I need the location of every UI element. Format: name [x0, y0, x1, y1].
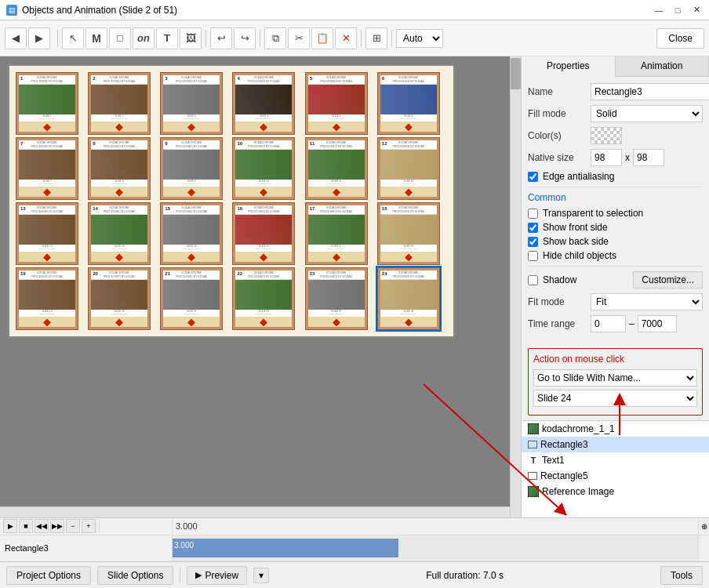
- transparent-checkbox[interactable]: [528, 209, 538, 219]
- time-end-input[interactable]: [638, 315, 677, 332]
- undo-button[interactable]: ↩: [210, 27, 232, 49]
- timeline-header: ▶ ■ ◀◀ ▶▶ − + 3.000 ⊕: [0, 518, 709, 535]
- slide-cell-23[interactable]: KODACHROMEPROCESSED BY KODAK SLIDE 23 PH…: [305, 267, 368, 330]
- slide-cell-4[interactable]: KODACHROMEPROCESSED BY KODAK SLIDE 4 PHO…: [232, 72, 295, 135]
- slide-cell-2[interactable]: KODACHROMEPROCESSED BY KODAK SLIDE 2 PHO…: [88, 72, 151, 135]
- tree-item-rectangle3[interactable]: Rectangle3: [522, 437, 709, 452]
- fit-mode-row: Fit mode Fit: [528, 293, 703, 310]
- tools-button[interactable]: Tools: [660, 566, 703, 585]
- action-select[interactable]: Go to Slide With Name...: [533, 369, 697, 387]
- slide-cell-24[interactable]: KODACHROMEPROCESSED BY KODAK SLIDE 24 PH…: [377, 267, 440, 330]
- vertical-scrollbar[interactable]: [510, 56, 521, 517]
- slide-cell-8[interactable]: KODACHROMEPROCESSED BY KODAK SLIDE 8 PHO…: [88, 137, 151, 200]
- show-front-label: Show front side: [543, 222, 608, 233]
- name-input[interactable]: [591, 83, 709, 100]
- slide-cell-3[interactable]: KODACHROMEPROCESSED BY KODAK SLIDE 3 PHO…: [160, 72, 223, 135]
- timeline-plus[interactable]: +: [82, 519, 96, 533]
- image-tool[interactable]: 🖼: [180, 27, 202, 49]
- slide-cell-1[interactable]: KODACHROMEPROCESSED BY KODAK SLIDE 1 PHO…: [16, 72, 78, 135]
- timeline-right-scroll[interactable]: [698, 535, 709, 561]
- tree-panel: kodachrome_1_1Rectangle3TText1Rectangle5…: [522, 420, 709, 517]
- horizontal-scrollbar[interactable]: [0, 506, 510, 517]
- show-back-checkbox[interactable]: [528, 237, 538, 247]
- timeline-forward[interactable]: ▶▶: [50, 519, 64, 533]
- grid-button[interactable]: ⊞: [365, 27, 387, 49]
- close-editor-button[interactable]: Close: [656, 28, 704, 49]
- slide-cell-15[interactable]: KODACHROMEPROCESSED BY KODAK SLIDE 15 PH…: [160, 202, 223, 265]
- tab-properties[interactable]: Properties: [522, 56, 616, 77]
- native-size-w[interactable]: [591, 149, 622, 166]
- size-x-separator: x: [625, 152, 630, 163]
- fit-mode-select[interactable]: Fit: [591, 293, 703, 310]
- project-options-button[interactable]: Project Options: [6, 566, 91, 585]
- edge-antialiasing-checkbox[interactable]: [528, 172, 538, 182]
- redo-button[interactable]: ↪: [234, 27, 256, 49]
- shadow-checkbox[interactable]: [528, 275, 538, 285]
- slide-cell-13[interactable]: KODACHROMEPROCESSED BY KODAK SLIDE 13 PH…: [16, 202, 78, 265]
- paste-button[interactable]: 📋: [311, 27, 333, 49]
- hide-child-label: Hide child objects: [543, 250, 616, 261]
- native-size-h[interactable]: [633, 149, 664, 166]
- window-close-button[interactable]: ✕: [690, 4, 703, 16]
- delete-button[interactable]: ✕: [335, 27, 357, 49]
- show-back-row: Show back side: [528, 236, 703, 247]
- caption-tool[interactable]: on: [133, 27, 155, 49]
- nav-next-button[interactable]: ▶: [28, 27, 50, 49]
- text-tool[interactable]: T: [156, 27, 178, 49]
- track-time-value: 3.000: [174, 541, 194, 550]
- preview-button[interactable]: ▶ Preview: [187, 566, 247, 585]
- rect-tool[interactable]: □: [109, 27, 131, 49]
- timeline-scroll-v[interactable]: ⊕: [698, 518, 709, 535]
- timeline-minus[interactable]: −: [66, 519, 80, 533]
- timeline-play[interactable]: ▶: [3, 519, 17, 533]
- transparent-label: Transparent to selection: [543, 208, 643, 219]
- slide-cell-12[interactable]: KODACHROMEPROCESSED BY KODAK SLIDE 12 PH…: [377, 137, 440, 200]
- color-swatch[interactable]: [591, 127, 622, 144]
- preview-label: Preview: [205, 570, 238, 581]
- tree-item-kodachrome_1_1[interactable]: kodachrome_1_1: [522, 421, 709, 437]
- tree-item-reference-image[interactable]: Reference Image: [522, 484, 709, 499]
- tree-item-rectangle5[interactable]: Rectangle5: [522, 468, 709, 484]
- slide-cell-11[interactable]: KODACHROMEPROCESSED BY KODAK SLIDE 11 PH…: [305, 137, 368, 200]
- shadow-row: Shadow Customize...: [528, 271, 703, 289]
- timeline-back[interactable]: ◀◀: [35, 519, 49, 533]
- main-layout: KODACHROMEPROCESSED BY KODAK SLIDE 1 PHO…: [0, 56, 709, 517]
- move-tool[interactable]: M: [85, 27, 107, 49]
- cut-button[interactable]: ✂: [288, 27, 310, 49]
- slide-cell-20[interactable]: KODACHROMEPROCESSED BY KODAK SLIDE 20 PH…: [88, 267, 151, 330]
- slide-cell-16[interactable]: KODACHROMEPROCESSED BY KODAK SLIDE 16 PH…: [232, 202, 295, 265]
- zoom-select[interactable]: Auto: [396, 29, 443, 48]
- timeline-stop[interactable]: ■: [19, 519, 33, 533]
- minimize-button[interactable]: —: [653, 4, 665, 16]
- status-bar: Project Options Slide Options ▶ Preview …: [0, 561, 709, 588]
- slide-cell-22[interactable]: KODACHROMEPROCESSED BY KODAK SLIDE 22 PH…: [232, 267, 295, 330]
- fill-mode-label: Fill mode: [528, 108, 591, 119]
- maximize-button[interactable]: □: [671, 4, 684, 16]
- slide-cell-5[interactable]: KODACHROMEPROCESSED BY KODAK SLIDE 5 PHO…: [305, 72, 368, 135]
- timeline-track[interactable]: 3.000: [173, 535, 698, 561]
- slide-cell-14[interactable]: KODACHROMEPROCESSED BY KODAK SLIDE 14 PH…: [88, 202, 151, 265]
- copy-button[interactable]: ⧉: [264, 27, 286, 49]
- tree-item-text1[interactable]: TText1: [522, 452, 709, 468]
- slide-cell-21[interactable]: KODACHROMEPROCESSED BY KODAK SLIDE 21 PH…: [160, 267, 223, 330]
- show-front-checkbox[interactable]: [528, 223, 538, 233]
- cursor-tool[interactable]: ↖: [62, 27, 84, 49]
- slide-select[interactable]: Slide 24: [533, 390, 697, 407]
- fit-mode-label: Fit mode: [528, 296, 591, 307]
- fill-mode-select[interactable]: Solid: [591, 105, 703, 122]
- colors-label: Color(s): [528, 130, 591, 141]
- time-start-input[interactable]: [591, 315, 626, 332]
- slide-cell-19[interactable]: KODACHROMEPROCESSED BY KODAK SLIDE 19 PH…: [16, 267, 78, 330]
- slide-cell-7[interactable]: KODACHROMEPROCESSED BY KODAK SLIDE 7 PHO…: [16, 137, 78, 200]
- slide-cell-9[interactable]: KODACHROMEPROCESSED BY KODAK SLIDE 9 PHO…: [160, 137, 223, 200]
- slide-cell-6[interactable]: KODACHROMEPROCESSED BY KODAK SLIDE 6 PHO…: [377, 72, 440, 135]
- slide-cell-18[interactable]: KODACHROMEPROCESSED BY KODAK SLIDE 18 PH…: [377, 202, 440, 265]
- nav-prev-button[interactable]: ◀: [5, 27, 27, 49]
- slide-cell-17[interactable]: KODACHROMEPROCESSED BY KODAK SLIDE 17 PH…: [305, 202, 368, 265]
- slide-options-button[interactable]: Slide Options: [97, 566, 173, 585]
- hide-child-checkbox[interactable]: [528, 251, 538, 261]
- tab-animation[interactable]: Animation: [616, 56, 710, 76]
- customize-button[interactable]: Customize...: [633, 271, 703, 289]
- slide-cell-10[interactable]: KODACHROMEPROCESSED BY KODAK SLIDE 10 PH…: [232, 137, 295, 200]
- preview-options-button[interactable]: ▾: [253, 568, 269, 583]
